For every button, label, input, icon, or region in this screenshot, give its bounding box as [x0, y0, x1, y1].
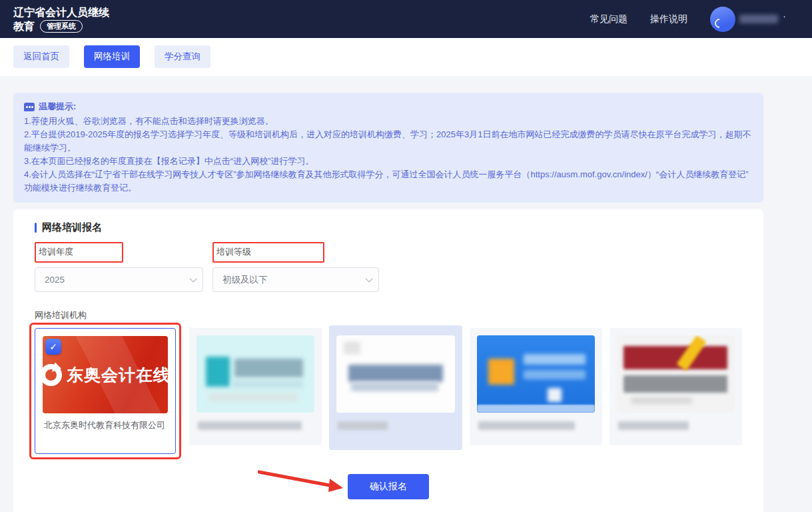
app-title: 辽宁省会计人员继续 教育 管理系统: [13, 5, 109, 33]
institution-card-redacted-4[interactable]: [470, 328, 602, 445]
institution-logo-redacted: [477, 335, 595, 413]
user-avatar-icon: [710, 7, 735, 32]
institution-logo-redacted: [617, 335, 735, 413]
tab-network-training[interactable]: 网络培训: [84, 45, 140, 68]
dongao-logo-text: 东奥会计在线: [67, 364, 168, 386]
institution-card-redacted-2[interactable]: [189, 328, 322, 445]
tips-line-4: 4.会计人员选择在“辽宁省干部在线学习网专技人才专区”参加网络继续教育及其他形式…: [24, 168, 753, 195]
user-menu[interactable]: ’: [710, 7, 785, 32]
institution-card-redacted-5[interactable]: [609, 328, 742, 445]
red-annotation-institution: ✓ 东奥会计在线 北京东奥时代教育科技有限公司: [29, 323, 181, 459]
tab-home[interactable]: 返回首页: [13, 45, 69, 68]
tips-title: 温馨提示:: [39, 100, 76, 113]
institution-logo-redacted: [336, 335, 454, 413]
app-header: 辽宁省会计人员继续 教育 管理系统 常见问题 操作说明 ’: [0, 0, 812, 38]
faq-link[interactable]: 常见问题: [590, 13, 627, 25]
chevron-down-icon: [189, 275, 197, 282]
level-select-value: 初级及以下: [222, 274, 268, 286]
institution-name-redacted: [198, 421, 302, 430]
year-label: 培训年度: [39, 247, 73, 257]
tips-line-2: 2.平台提供2019-2025年度的报名学习选择学习年度、等级和培训机构后，进入…: [24, 128, 753, 155]
year-select-value: 2025: [45, 275, 65, 285]
chevron-down-icon: [365, 275, 372, 282]
tips-line-3: 3.在本页面已经报名的年度直接在【报名记录】中点击“进入网校”进行学习。: [24, 155, 753, 168]
org-label: 网络培训机构: [35, 309, 742, 321]
institution-logo-redacted: [197, 335, 314, 413]
institution-card-redacted-3[interactable]: [329, 325, 462, 450]
red-annotation-year-label: 培训年度: [35, 242, 123, 263]
tab-bar: 返回首页 网络培训 学分查询: [0, 38, 812, 76]
app-title-line1: 辽宁省会计人员继续: [13, 5, 109, 19]
system-badge: 管理系统: [40, 20, 83, 33]
dongao-logo-icon: [43, 364, 62, 386]
institution-name-redacted: [478, 421, 575, 430]
section-bar-icon: [35, 223, 37, 233]
confirm-signup-button[interactable]: 确认报名: [348, 474, 429, 499]
tips-line-1: 1.荐使用火狐、谷歌浏览器，有不能点击和选择时请更换浏览器。: [24, 115, 753, 128]
institution-name: 北京东奥时代教育科技有限公司: [44, 419, 167, 445]
level-select[interactable]: 初级及以下: [212, 267, 379, 292]
institution-logo-dongao: ✓ 东奥会计在线: [43, 336, 168, 413]
institution-list: ✓ 东奥会计在线 北京东奥时代教育科技有限公司: [35, 328, 742, 459]
red-annotation-level-label: 培训等级: [212, 242, 324, 263]
signup-panel: 网络培训报名 培训年度 2025 培训等级 初级及以下: [13, 209, 763, 512]
user-name-mark: ’: [783, 14, 785, 24]
checkbox-checked-icon[interactable]: ✓: [45, 339, 61, 355]
message-icon: [24, 103, 35, 111]
tips-box: 温馨提示: 1.荐使用火狐、谷歌浏览器，有不能点击和选择时请更换浏览器。 2.平…: [13, 93, 763, 203]
institution-card-selected[interactable]: ✓ 东奥会计在线 北京东奥时代教育科技有限公司: [35, 328, 176, 454]
level-label: 培训等级: [216, 247, 251, 257]
app-title-line2: 教育: [13, 19, 35, 33]
signup-section-title: 网络培训报名: [35, 221, 742, 234]
institution-name-redacted: [338, 421, 387, 430]
user-name-redacted: [739, 15, 778, 23]
tab-credit-query[interactable]: 学分查询: [155, 45, 210, 68]
manual-link[interactable]: 操作说明: [650, 13, 687, 25]
institution-name-redacted: [618, 421, 689, 430]
year-select[interactable]: 2025: [35, 267, 203, 292]
red-arrow-annotation: [258, 469, 346, 497]
